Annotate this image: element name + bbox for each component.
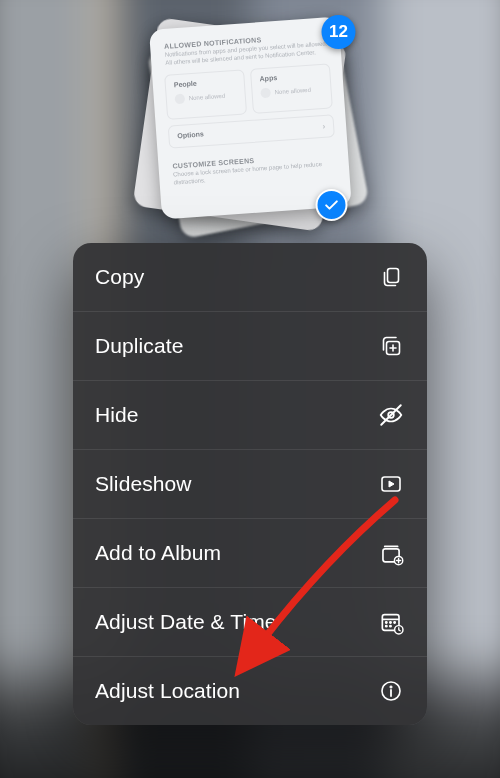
menu-item-adjust-date-time[interactable]: Adjust Date & Time <box>73 588 427 657</box>
svg-point-9 <box>393 621 395 623</box>
album-add-icon <box>377 539 405 567</box>
menu-item-copy[interactable]: Copy <box>73 243 427 312</box>
menu-item-slideshow[interactable]: Slideshow <box>73 450 427 519</box>
menu-item-adjust-location[interactable]: Adjust Location <box>73 657 427 725</box>
svg-point-14 <box>390 686 392 688</box>
play-rect-icon <box>377 470 405 498</box>
location-info-icon <box>377 677 405 705</box>
menu-label: Adjust Date & Time <box>95 610 277 634</box>
menu-label: Hide <box>95 403 139 427</box>
menu-label: Slideshow <box>95 472 192 496</box>
checkmark-icon <box>324 197 340 213</box>
menu-label: Duplicate <box>95 334 183 358</box>
menu-label: Add to Album <box>95 541 221 565</box>
preview-cell-apps: Apps <box>259 71 321 82</box>
menu-label: Copy <box>95 265 144 289</box>
svg-point-10 <box>385 625 387 627</box>
calendar-clock-icon <box>377 608 405 636</box>
menu-item-duplicate[interactable]: Duplicate <box>73 312 427 381</box>
copy-icon <box>377 263 405 291</box>
stack-card-front: ALLOWED NOTIFICATIONS Notifications from… <box>148 17 351 220</box>
selection-count-badge: 12 <box>322 15 356 49</box>
selection-check-badge <box>316 189 348 221</box>
svg-point-8 <box>389 621 391 623</box>
selected-photos-stack[interactable]: ALLOWED NOTIFICATIONS Notifications from… <box>143 15 358 225</box>
preview-cell-people: People <box>173 77 235 88</box>
preview-options-row: Options› <box>167 114 334 149</box>
svg-point-7 <box>385 621 387 623</box>
svg-point-11 <box>389 625 391 627</box>
eye-slash-icon <box>377 401 405 429</box>
duplicate-icon <box>377 332 405 360</box>
menu-item-add-to-album[interactable]: Add to Album <box>73 519 427 588</box>
svg-rect-0 <box>388 269 399 283</box>
menu-item-hide[interactable]: Hide <box>73 381 427 450</box>
context-menu: Copy Duplicate Hide Sli <box>73 243 427 725</box>
menu-label: Adjust Location <box>95 679 240 703</box>
